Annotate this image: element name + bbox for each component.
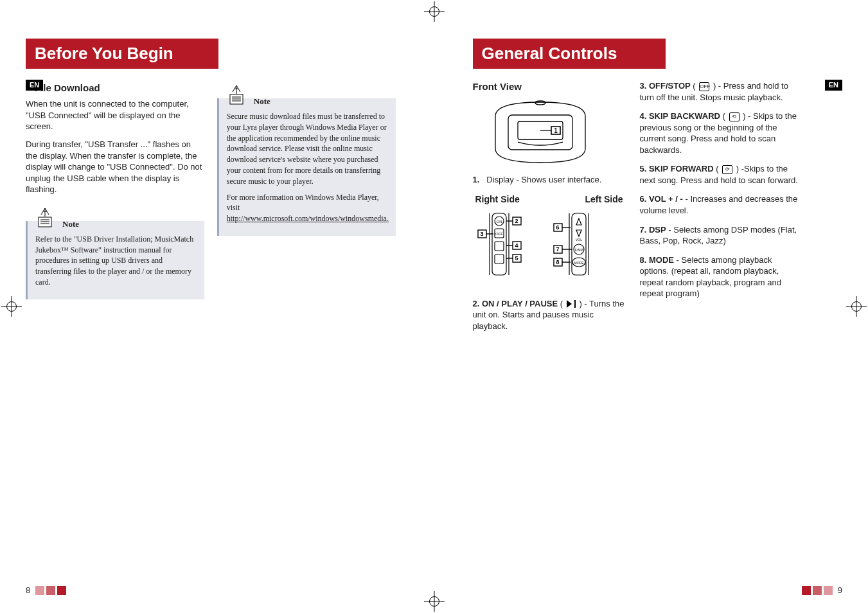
svg-text:VOL: VOL	[575, 238, 581, 242]
note-label-1: Note	[62, 218, 79, 230]
footer-stripe-icon	[802, 586, 833, 595]
left-col-2: Note Secure music download files must be…	[217, 80, 396, 299]
lang-tag-right: EN	[825, 80, 842, 91]
right-side-diagram: ON OFF 2 3 4 5	[477, 209, 535, 280]
front-view-diagram: 1	[486, 97, 595, 168]
control-5: 5. SKIP FORWARD ( ⟳ ) -Skips to the next…	[640, 163, 801, 186]
svg-text:ON: ON	[496, 220, 502, 224]
page-number-left: 8	[26, 585, 66, 596]
svg-text:1: 1	[554, 127, 558, 134]
file-download-p2: During transfer, "USB Transfer ..." flas…	[26, 139, 204, 195]
control-3: 3. OFF/STOP ( OFF ) - Press and hold to …	[640, 80, 801, 103]
svg-rect-21	[495, 242, 504, 251]
note2-p2: For more information on Windows Media Pl…	[227, 192, 389, 224]
page-title-left: Before You Begin	[26, 39, 218, 69]
svg-text:6: 6	[556, 224, 559, 231]
right-col-2: 3. OFF/STOP ( OFF ) - Press and hold to …	[640, 80, 801, 339]
svg-text:2: 2	[515, 218, 518, 224]
control-1: 1. Display - Shows user interface.	[473, 174, 627, 186]
note-box-usb: Note Refer to the "USB Driver Installati…	[26, 221, 204, 299]
skip-fwd-icon: ⟳	[722, 165, 732, 174]
right-side-heading: Right Side	[475, 193, 520, 206]
svg-point-13	[535, 101, 545, 105]
wmp-link: http://www.microsoft.com/windows/windows…	[227, 214, 389, 223]
right-col-1: Front View 1 1. Display	[473, 80, 627, 339]
svg-text:DSP: DSP	[574, 248, 582, 252]
left-col-1: File Download When the unit is connected…	[26, 80, 204, 299]
control-4: 4. SKIP BACKWARD ( ⟲ ) - Skips to the pr…	[640, 111, 801, 155]
svg-text:3: 3	[480, 231, 483, 237]
left-side-heading: Left Side	[585, 193, 623, 206]
svg-text:OFF: OFF	[495, 232, 503, 236]
note1-text: Refer to the "USB Driver Installation; M…	[35, 234, 198, 288]
note-icon	[31, 207, 58, 230]
svg-text:8: 8	[556, 259, 559, 265]
svg-text:4: 4	[515, 242, 518, 249]
footer-stripe-icon	[35, 586, 66, 595]
page-number-right: 9	[802, 585, 842, 596]
control-2: 2. ON / PLAY / PAUSE ( ) - Turns the uni…	[473, 298, 627, 332]
left-side-diagram: VOL DSP MODE 6 7 8	[546, 209, 604, 280]
svg-text:MODE: MODE	[574, 261, 584, 265]
play-pause-icon	[567, 300, 576, 308]
left-page: Before You Begin EN File Download When t…	[0, 0, 434, 613]
right-page: General Controls EN Front View 1	[434, 0, 869, 613]
skip-back-icon: ⟲	[729, 112, 740, 121]
svg-rect-22	[495, 254, 504, 263]
control-8: 8. MODE - Selects among playback options…	[640, 254, 801, 299]
svg-text:5: 5	[515, 255, 518, 262]
svg-text:7: 7	[556, 246, 559, 253]
file-download-p1: When the unit is connected to the comput…	[26, 98, 204, 132]
note-label-2: Note	[254, 96, 270, 107]
control-6: 6. VOL + / - - Increases and decreases t…	[640, 193, 801, 216]
note-box-secure: Note Secure music download files must be…	[217, 98, 396, 236]
note2-p1: Secure music download files must be tran…	[227, 111, 389, 187]
off-icon: OFF	[699, 82, 709, 91]
note-icon	[223, 84, 250, 107]
lang-tag-left: EN	[26, 80, 43, 91]
control-7: 7. DSP - Selects among DSP modes (Flat, …	[640, 224, 801, 247]
page-title-right: General Controls	[473, 39, 666, 69]
front-view-heading: Front View	[473, 80, 627, 93]
file-download-heading: File Download	[35, 82, 204, 94]
